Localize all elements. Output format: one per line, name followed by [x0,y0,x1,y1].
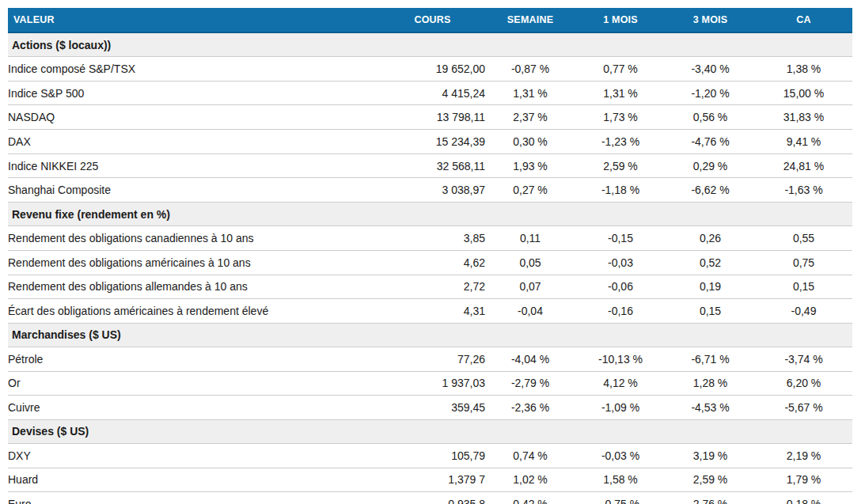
change-value: 24,81 % [755,153,852,178]
market-report-page: VALEUR COURS SEMAINE 1 MOIS 3 MOIS CA Ac… [0,0,865,504]
table-row: Indice composé S&P/TSX19 652,00-0,87 %0,… [8,57,852,81]
table-row: Rendement des obligations allemandes à 1… [8,275,852,299]
change-value: 0,55 [755,226,852,251]
column-header-semaine: SEMAINE [485,8,575,32]
change-value: 9,41 % [755,130,852,154]
change-value: -0,03 % [575,443,666,468]
change-value: 6,20 % [755,371,852,396]
header-row: VALEUR COURS SEMAINE 1 MOIS 3 MOIS CA [8,8,852,32]
change-value: 0,18 % [755,492,852,504]
table-row: Rendement des obligations américaines à … [8,250,852,275]
change-value: -5,67 % [755,396,852,420]
change-value: 0,19 [666,275,755,299]
table-row: Or1 937,03-2,79 %4,12 %1,28 %6,20 % [8,371,852,396]
change-value: -1,63 % [755,178,852,203]
change-value: -0,87 % [485,57,575,81]
cours-value: 19 652,00 [380,57,485,81]
change-value: -0,03 [575,250,666,275]
table-row: DAX15 234,390,30 %-1,23 %-4,76 %9,41 % [8,130,852,154]
change-value: -1,23 % [575,130,666,154]
cours-value: 0,935 8 [380,492,485,504]
table-row: DXY105,790,74 %-0,03 %3,19 %2,19 % [8,443,852,468]
cours-value: 32 568,11 [380,153,485,178]
change-value: 0,07 [485,275,575,299]
change-value: 0,15 [755,275,852,299]
change-value: -0,16 [575,299,666,324]
table-row: Cuivre359,45-2,36 %-1,09 %-4,53 %-5,67 % [8,396,852,420]
value-label: Cuivre [8,396,380,420]
change-value: 1,02 % [485,468,575,492]
cours-value: 3 038,97 [380,178,485,203]
column-header-1mois: 1 MOIS [575,8,666,32]
value-label: Indice S&P 500 [8,81,380,105]
change-value: 31,83 % [755,105,852,130]
change-value: 2,59 % [666,468,755,492]
cours-value: 1 937,03 [380,371,485,396]
change-value: -3,40 % [666,57,755,81]
value-label: Shanghai Composite [8,178,380,203]
change-value: -3,74 % [755,347,852,371]
cours-value: 359,45 [380,396,485,420]
section-header-row: Marchandises ($ US) [8,323,852,347]
change-value: 0,52 [666,250,755,275]
table-row: Euro0,935 80,42 %-0,75 %2,76 %0,18 % [8,492,852,504]
change-value: 0,29 % [666,153,755,178]
change-value: 2,19 % [755,443,852,468]
change-value: -0,04 [485,299,575,324]
value-label: Or [8,371,380,396]
cours-value: 13 798,11 [380,105,485,130]
value-label: DXY [8,443,380,468]
column-header-3mois: 3 MOIS [666,8,755,32]
value-label: Indice composé S&P/TSX [8,57,380,81]
table-row: Shanghai Composite3 038,970,27 %-1,18 %-… [8,178,852,203]
cours-value: 77,26 [380,347,485,371]
change-value: 0,27 % [485,178,575,203]
table-row: Pétrole77,26-4,04 %-10,13 %-6,71 %-3,74 … [8,347,852,371]
change-value: 1,93 % [485,153,575,178]
section-header-row: Revenu fixe (rendement en %) [8,203,852,226]
change-value: -0,06 [575,275,666,299]
change-value: 0,15 [666,299,755,324]
change-value: -1,09 % [575,396,666,420]
value-label: Huard [8,468,380,492]
cours-value: 3,85 [380,226,485,251]
change-value: -0,15 [575,226,666,251]
cours-value: 2,72 [380,275,485,299]
cours-value: 15 234,39 [380,130,485,154]
change-value: -6,62 % [666,178,755,203]
table-row: Indice NIKKEI 22532 568,111,93 %2,59 %0,… [8,153,852,178]
value-label: Pétrole [8,347,380,371]
change-value: 0,26 [666,226,755,251]
value-label: Rendement des obligations américaines à … [8,250,380,275]
change-value: 0,42 % [485,492,575,504]
value-label: Rendement des obligations canadiennes à … [8,226,380,251]
table-row: Indice S&P 5004 415,241,31 %1,31 %-1,20 … [8,81,852,105]
cours-value: 105,79 [380,443,485,468]
change-value: -1,18 % [575,178,666,203]
change-value: -2,36 % [485,396,575,420]
column-header-cours: COURS [380,8,485,32]
section-title: Revenu fixe (rendement en %) [8,203,852,226]
value-label: DAX [8,130,380,154]
section-header-row: Actions ($ locaux)) [8,32,852,57]
change-value: -1,20 % [666,81,755,105]
change-value: -4,04 % [485,347,575,371]
change-value: 0,74 % [485,443,575,468]
change-value: -4,76 % [666,130,755,154]
cours-value: 4 415,24 [380,81,485,105]
change-value: 4,12 % [575,371,666,396]
column-header-valeur: VALEUR [8,8,380,32]
change-value: -2,79 % [485,371,575,396]
table-row: Huard1,379 71,02 %1,58 %2,59 %1,79 % [8,468,852,492]
change-value: -0,49 [755,299,852,324]
column-header-ca: CA [755,8,852,32]
change-value: -6,71 % [666,347,755,371]
change-value: 0,75 [755,250,852,275]
section-title: Devises ($ US) [8,419,852,443]
value-label: Écart des obligations américaines à rend… [8,299,380,324]
table-row: Écart des obligations américaines à rend… [8,299,852,324]
change-value: -4,53 % [666,396,755,420]
change-value: 1,79 % [755,468,852,492]
table-header: VALEUR COURS SEMAINE 1 MOIS 3 MOIS CA [8,8,852,32]
change-value: 0,11 [485,226,575,251]
